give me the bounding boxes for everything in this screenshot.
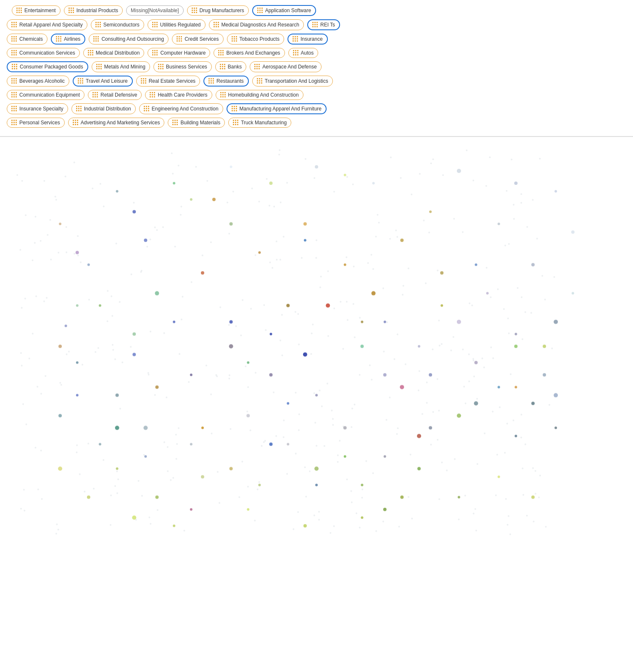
filter-row-1: EntertainmentIndustrial ProductsMissing[… <box>7 5 626 16</box>
filter-row-9: Personal ServicesAdvertising And Marketi… <box>7 118 626 128</box>
tag-restaurants[interactable]: Restaurants <box>203 76 249 87</box>
grid-icon <box>11 106 17 112</box>
grid-icon <box>192 8 198 13</box>
filter-row-5: Consumer Packaged GoodsMetals And Mining… <box>7 61 626 72</box>
filter-row-6: Beverages AlcoholicTravel And LeisureRea… <box>7 76 626 87</box>
tag-label: Banks <box>228 64 242 70</box>
grid-icon <box>233 120 239 126</box>
tag-label: Credit Services <box>185 36 219 42</box>
tag-retail-defensive[interactable]: Retail Defensive <box>88 90 142 100</box>
tag-label: Health Care Providers <box>158 92 207 98</box>
grid-icon <box>16 8 22 13</box>
grid-icon <box>232 106 237 112</box>
grid-icon <box>11 36 17 42</box>
tag-communication-equipment[interactable]: Communication Equipment <box>7 90 84 100</box>
tag-credit-services[interactable]: Credit Services <box>172 34 223 45</box>
tag-label: Beverages Alcoholic <box>19 78 65 84</box>
tag-entertainment[interactable]: Entertainment <box>12 5 61 16</box>
tag-brokers-and-exchanges[interactable]: Brokers And Exchanges <box>214 48 285 58</box>
tag-manufacturing-apparel-and-furniture[interactable]: Manufacturing Apparel And Furniture <box>227 103 327 114</box>
tag-engineering-and-construction[interactable]: Engineering And Construction <box>139 103 223 114</box>
tag-label: Communication Equipment <box>19 92 80 98</box>
grid-icon <box>12 64 18 70</box>
tag-building-materials[interactable]: Building Materials <box>168 118 225 128</box>
tag-label: Truck Manufacturing <box>241 120 287 126</box>
grid-icon <box>11 78 17 84</box>
grid-icon <box>152 22 158 28</box>
tag-computer-hardware[interactable]: Computer Hardware <box>148 48 210 58</box>
grid-icon <box>76 106 82 112</box>
tag-transportation-and-logistics[interactable]: Transportation And Logistics <box>252 76 333 87</box>
grid-icon <box>92 92 98 98</box>
grid-icon <box>11 50 17 56</box>
tag-travel-and-leisure[interactable]: Travel And Leisure <box>73 76 133 87</box>
tag-label: Retail Apparel And Specialty <box>19 22 83 28</box>
grid-icon <box>257 78 263 84</box>
tag-consulting-and-outsourcing[interactable]: Consulting And Outsourcing <box>89 34 169 45</box>
tag-communication-services[interactable]: Communication Services <box>7 48 80 58</box>
grid-icon <box>220 64 226 70</box>
grid-icon <box>78 78 84 84</box>
tag-metals-and-mining[interactable]: Metals And Mining <box>92 61 150 72</box>
tag-medical-diagnostics-and-research[interactable]: Medical Diagnostics And Research <box>209 19 304 30</box>
tag-label: Aerospace And Defense <box>262 64 316 70</box>
grid-icon <box>152 50 158 56</box>
tag-label: Advertising And Marketing Services <box>81 120 160 126</box>
grid-icon <box>141 78 147 84</box>
tag-industrial-products[interactable]: Industrial Products <box>64 5 123 16</box>
tag-personal-services[interactable]: Personal Services <box>7 118 65 128</box>
tag-label: Homebuilding And Construction <box>228 92 299 98</box>
tag-business-services[interactable]: Business Services <box>153 61 212 72</box>
tag-label: Tobacco Products <box>240 36 280 42</box>
tag-label: Business Services <box>166 64 207 70</box>
grid-icon <box>208 78 214 84</box>
grid-icon <box>218 50 224 56</box>
tag-homebuilding-and-construction[interactable]: Homebuilding And Construction <box>216 90 303 100</box>
filter-row-8: Insurance SpecialtyIndustrial Distributi… <box>7 103 626 114</box>
tag-insurance-specialty[interactable]: Insurance Specialty <box>7 103 68 114</box>
tag-banks[interactable]: Banks <box>215 61 246 72</box>
tag-label: Retail Defensive <box>100 92 137 98</box>
tag-chemicals[interactable]: Chemicals <box>7 34 47 45</box>
tag-label: Industrial Distribution <box>84 106 131 112</box>
tag-label: Insurance <box>301 36 323 42</box>
tag-medical-distribution[interactable]: Medical Distribution <box>83 48 145 58</box>
tag-label: Travel And Leisure <box>86 78 128 84</box>
tag-industrial-distribution[interactable]: Industrial Distribution <box>71 103 136 114</box>
tag-label: Insurance Specialty <box>19 106 63 112</box>
tag-label: Semiconductors <box>103 22 140 28</box>
tag-real-estate-services[interactable]: Real Estate Services <box>136 76 200 87</box>
tag-advertising-and-marketing-services[interactable]: Advertising And Marketing Services <box>68 118 165 128</box>
grid-icon <box>144 106 150 112</box>
grid-icon <box>150 92 156 98</box>
grid-icon <box>214 22 219 28</box>
tag-missing-notavailable-[interactable]: Missing[NotAvailable] <box>126 5 184 16</box>
tag-application-software[interactable]: Application Software <box>252 5 316 16</box>
tag-beverages-alcoholic[interactable]: Beverages Alcoholic <box>7 76 69 87</box>
tag-retail-apparel-and-specialty[interactable]: Retail Apparel And Specialty <box>7 19 87 30</box>
grid-icon <box>56 36 62 42</box>
tag-aerospace-and-defense[interactable]: Aerospace And Defense <box>250 61 321 72</box>
tag-health-care-providers[interactable]: Health Care Providers <box>145 90 212 100</box>
grid-icon <box>172 120 178 126</box>
tag-airlines[interactable]: Airlines <box>51 34 85 45</box>
tag-label: Drug Manufacturers <box>200 8 244 13</box>
scatter-plot <box>0 136 633 590</box>
tag-label: Application Software <box>265 8 311 13</box>
tag-label: Consulting And Outsourcing <box>101 36 164 42</box>
filter-row-4: Communication ServicesMedical Distributi… <box>7 48 626 58</box>
tag-autos[interactable]: Autos <box>288 48 319 58</box>
tag-tobacco-products[interactable]: Tobacco Products <box>227 34 284 45</box>
tag-consumer-packaged-goods[interactable]: Consumer Packaged Goods <box>7 61 88 72</box>
tag-semiconductors[interactable]: Semiconductors <box>91 19 144 30</box>
tag-label: Medical Diagnostics And Research <box>222 22 299 28</box>
tag-label: Utilities Regulated <box>160 22 201 28</box>
tag-label: Real Estate Services <box>149 78 195 84</box>
tag-rei-ts[interactable]: REI Ts <box>307 19 340 30</box>
tag-label: Transportation And Logistics <box>265 78 328 84</box>
grid-icon <box>232 36 237 42</box>
tag-insurance[interactable]: Insurance <box>287 34 328 45</box>
tag-truck-manufacturing[interactable]: Truck Manufacturing <box>228 118 291 128</box>
tag-drug-manufacturers[interactable]: Drug Manufacturers <box>187 5 249 16</box>
tag-utilities-regulated[interactable]: Utilities Regulated <box>148 19 206 30</box>
